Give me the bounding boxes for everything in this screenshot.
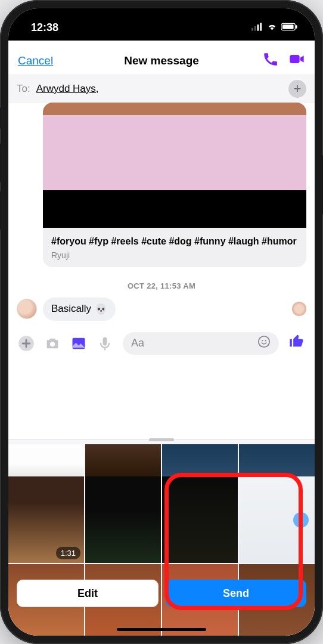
svg-rect-1 <box>254 26 256 31</box>
edit-button[interactable]: Edit <box>17 580 159 607</box>
photo-thumb[interactable] <box>162 476 238 563</box>
like-icon[interactable] <box>288 333 305 354</box>
skull-emoji: 💀 <box>95 303 107 315</box>
clock: 12:38 <box>31 21 58 34</box>
photo-thumb[interactable] <box>162 444 238 476</box>
svg-point-13 <box>262 340 263 341</box>
reaction-avatar[interactable] <box>292 302 306 316</box>
gallery-icon[interactable] <box>70 335 87 352</box>
message-bubble[interactable]: Basically 💀 <box>43 298 116 321</box>
shared-media-caption: #foryou #fyp #reels #cute #dog #funny #l… <box>51 235 298 248</box>
emoji-picker-icon[interactable] <box>257 335 271 351</box>
input-placeholder: Aa <box>131 337 144 349</box>
microphone-icon[interactable] <box>97 335 113 352</box>
chat-area: #foryou #fyp #reels #cute #dog #funny #l… <box>8 103 315 439</box>
shared-media-card[interactable]: #foryou #fyp #reels #cute #dog #funny #l… <box>43 103 306 267</box>
wifi-icon <box>266 21 278 34</box>
camera-icon[interactable] <box>44 335 61 352</box>
shared-media-thumbnail <box>43 103 306 228</box>
notch <box>99 8 224 27</box>
message-input[interactable]: Aa <box>123 332 279 355</box>
page-title: New message <box>124 54 199 67</box>
photo-picker: 1:31 1 Edit Send <box>8 439 315 636</box>
home-indicator[interactable] <box>117 628 206 631</box>
message-text: Basically <box>51 303 91 315</box>
timestamp: OCT 22, 11:53 AM <box>8 281 315 290</box>
svg-rect-3 <box>260 23 262 30</box>
recipient-name[interactable]: Arwydd Hays, <box>36 83 99 95</box>
video-thumb[interactable]: 1:31 <box>8 476 84 563</box>
add-recipient-button[interactable]: + <box>288 80 306 98</box>
video-call-icon[interactable] <box>288 51 305 67</box>
drag-handle[interactable] <box>149 438 174 441</box>
svg-rect-6 <box>296 25 297 29</box>
svg-point-9 <box>50 342 55 346</box>
svg-rect-0 <box>251 27 253 30</box>
shared-media-author: Ryuji <box>51 250 298 260</box>
battery-icon <box>281 21 298 34</box>
svg-rect-7 <box>290 55 299 63</box>
photo-thumb[interactable] <box>85 444 161 476</box>
sender-avatar[interactable] <box>17 299 37 319</box>
photo-thumb[interactable] <box>85 476 161 563</box>
to-label: To: <box>17 83 30 95</box>
video-duration-badge: 1:31 <box>56 547 80 559</box>
svg-rect-2 <box>257 24 259 30</box>
svg-rect-11 <box>103 337 107 345</box>
cellular-icon <box>251 21 263 34</box>
svg-point-14 <box>265 340 266 341</box>
recipient-row: To: Arwydd Hays, + <box>8 75 315 103</box>
selection-count-badge: 1 <box>293 512 309 528</box>
composer-bar: Aa <box>8 328 315 359</box>
more-actions-icon[interactable] <box>18 335 35 352</box>
photo-thumb-selected[interactable]: 1 <box>239 476 315 563</box>
cancel-button[interactable]: Cancel <box>18 54 53 67</box>
send-button[interactable]: Send <box>166 580 306 607</box>
nav-bar: Cancel New message <box>8 41 315 75</box>
svg-rect-5 <box>282 24 294 29</box>
svg-point-12 <box>259 336 269 347</box>
photo-thumb[interactable] <box>239 444 315 476</box>
photo-thumb[interactable] <box>8 444 84 476</box>
voice-call-icon[interactable] <box>262 51 279 67</box>
